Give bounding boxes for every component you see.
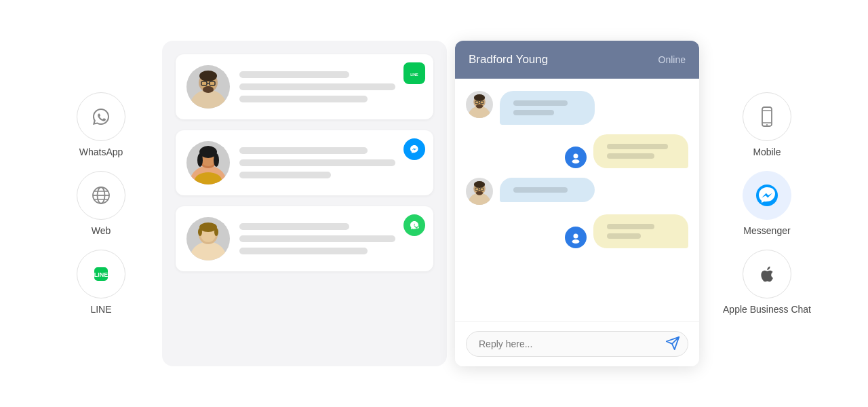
conversation-item[interactable] — [176, 130, 433, 195]
sidebar-item-line[interactable]: LINE LINE — [77, 250, 125, 315]
msg-content — [607, 224, 675, 239]
chat-header: Bradford Young Online — [455, 41, 699, 79]
svg-text:LINE: LINE — [94, 271, 108, 278]
whatsapp-icon-circle — [77, 92, 125, 141]
right-icons-column: Mobile Messenger Apple Business Chat — [719, 92, 814, 315]
svg-point-28 — [214, 228, 218, 236]
svg-rect-50 — [762, 107, 772, 126]
svg-point-37 — [476, 104, 483, 108]
chat-messages — [455, 79, 699, 321]
svg-text:LINE: LINE — [410, 73, 418, 77]
svg-point-20 — [214, 153, 219, 167]
apple-icon — [755, 262, 779, 286]
sidebar-item-whatsapp[interactable]: WhatsApp — [77, 92, 125, 157]
svg-point-13 — [203, 86, 214, 93]
svg-point-9 — [199, 71, 217, 81]
line-icon-circle: LINE — [77, 250, 125, 298]
svg-point-22 — [408, 142, 421, 156]
message-bubble-sent — [593, 134, 688, 168]
conv-line — [239, 235, 395, 242]
globe-icon — [89, 183, 113, 208]
chat-window: Bradford Young Online — [455, 41, 699, 366]
conv-line — [239, 147, 368, 154]
sidebar-item-messenger[interactable]: Messenger — [743, 171, 791, 236]
page-container: WhatsApp Web LINE LINE — [0, 0, 868, 407]
msg-content — [607, 144, 675, 159]
msg-line — [513, 100, 568, 106]
messenger-label: Messenger — [743, 225, 790, 236]
chat-status: Online — [658, 54, 686, 65]
conversation-list: LINE — [162, 41, 447, 366]
line-brand-icon: LINE — [89, 262, 113, 286]
line-channel-badge: LINE — [403, 62, 425, 84]
apple-business-chat-label: Apple Business Chat — [723, 304, 811, 315]
message-bubble-received — [500, 178, 595, 202]
sidebar-item-web[interactable]: Web — [77, 171, 125, 236]
conv-line — [239, 83, 395, 90]
message-row-received — [466, 91, 688, 125]
conv-line — [239, 71, 349, 78]
svg-point-49 — [572, 239, 580, 244]
whatsapp-icon — [89, 104, 113, 129]
msg-line — [607, 224, 654, 229]
svg-point-23 — [189, 241, 227, 260]
web-icon-circle — [77, 171, 125, 220]
chat-contact-name: Bradford Young — [469, 53, 548, 66]
svg-point-27 — [198, 228, 202, 236]
msg-line — [607, 153, 654, 159]
reply-input-wrapper — [466, 331, 688, 357]
conv-line — [239, 96, 368, 102]
msg-line — [513, 187, 568, 193]
messenger-icon-circle — [743, 171, 791, 220]
svg-point-43 — [474, 181, 485, 188]
msg-line — [607, 233, 641, 239]
svg-point-19 — [197, 153, 203, 167]
conversation-lines — [239, 223, 422, 254]
reply-input[interactable] — [466, 331, 688, 357]
conversation-item[interactable] — [176, 206, 433, 271]
svg-point-53 — [766, 124, 768, 125]
msg-content — [513, 187, 581, 193]
conversation-item[interactable]: LINE — [176, 54, 433, 119]
mobile-icon-circle — [743, 92, 791, 141]
messenger-channel-badge — [403, 138, 425, 160]
line-label: LINE — [90, 304, 111, 315]
avatar — [186, 217, 230, 260]
sender-avatar — [466, 91, 493, 118]
svg-point-47 — [476, 191, 483, 195]
web-label: Web — [92, 225, 111, 236]
avatar — [186, 141, 230, 185]
chat-footer — [455, 321, 699, 366]
msg-content — [513, 100, 581, 115]
svg-point-38 — [574, 154, 578, 159]
conv-line — [239, 172, 331, 178]
svg-point-48 — [574, 234, 578, 239]
svg-point-39 — [572, 159, 580, 163]
msg-line — [513, 110, 554, 115]
message-bubble-sent — [593, 214, 688, 248]
svg-point-29 — [408, 218, 421, 232]
message-row-sent — [466, 214, 688, 248]
agent-avatar-badge — [565, 227, 587, 248]
mobile-label: Mobile — [753, 147, 781, 157]
svg-point-26 — [199, 222, 217, 232]
avatar — [186, 65, 230, 109]
msg-line — [607, 144, 668, 149]
whatsapp-channel-badge — [403, 214, 425, 236]
sender-avatar — [466, 178, 493, 205]
left-icons-column: WhatsApp Web LINE LINE — [54, 92, 149, 315]
message-row-received — [466, 178, 688, 205]
whatsapp-label: WhatsApp — [79, 147, 123, 157]
send-button[interactable] — [665, 336, 680, 353]
mobile-icon — [755, 104, 779, 129]
message-row-sent — [466, 134, 688, 168]
svg-point-33 — [474, 94, 485, 101]
conv-line — [239, 248, 368, 254]
send-icon — [665, 336, 680, 351]
sidebar-item-mobile[interactable]: Mobile — [743, 92, 791, 157]
sidebar-item-apple-business-chat[interactable]: Apple Business Chat — [723, 250, 811, 315]
conv-line — [239, 223, 349, 230]
message-bubble-received — [500, 91, 595, 125]
conversation-lines — [239, 71, 422, 102]
messenger-icon — [754, 182, 780, 208]
